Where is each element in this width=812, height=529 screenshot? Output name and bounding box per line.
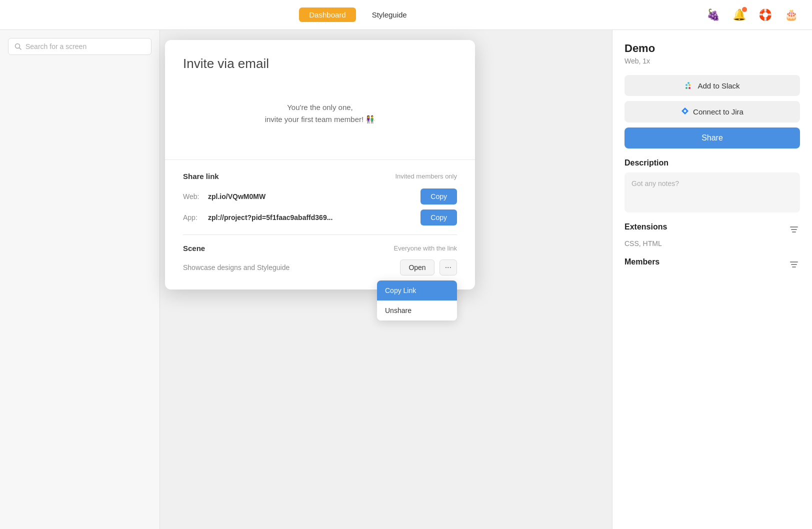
description-label: Description xyxy=(624,158,800,168)
scene-dropdown: Copy Link Unshare xyxy=(377,280,457,320)
topnav-right: 🍇 🔔 🛟 🎂 xyxy=(704,6,800,24)
invite-modal: Invite via email You're the only one, in… xyxy=(165,40,475,290)
share-link-title: Share link xyxy=(183,172,219,180)
app-url: zpl://project?pid=5f1faac9abaffd369... xyxy=(208,214,414,222)
scene-item-wrapper: Showcase designs and Styleguide Open ···… xyxy=(183,260,457,276)
divider xyxy=(183,234,457,235)
topnav: Dashboard Styleguide 🍇 🔔 🛟 🎂 xyxy=(0,0,812,30)
description-placeholder: Got any notes? xyxy=(632,180,679,188)
notification-dot xyxy=(742,7,747,12)
topnav-tabs: Dashboard Styleguide xyxy=(12,8,704,22)
app-link-row: App: zpl://project?pid=5f1faac9abaffd369… xyxy=(183,210,457,226)
svg-rect-3 xyxy=(686,87,688,89)
copy-web-button[interactable]: Copy xyxy=(420,188,457,204)
scene-access: Everyone with the link xyxy=(394,244,457,252)
unshare-option[interactable]: Unshare xyxy=(377,300,457,320)
share-button[interactable]: Share xyxy=(624,128,800,148)
svg-line-1 xyxy=(20,48,22,50)
svg-rect-4 xyxy=(688,84,690,86)
extensions-value: CSS, HTML xyxy=(624,240,800,248)
search-icon xyxy=(14,43,22,50)
grapes-icon[interactable]: 🍇 xyxy=(704,6,722,24)
members-filter-line-3 xyxy=(792,266,796,268)
modal-top: Invite via email You're the only one, in… xyxy=(165,40,475,160)
svg-rect-2 xyxy=(686,84,688,86)
web-label: Web: xyxy=(183,192,202,200)
web-url: zpl.io/VQwM0MW xyxy=(208,192,414,200)
share-link-header: Share link Invited members only xyxy=(183,172,457,180)
share-link-access: Invited members only xyxy=(395,172,457,180)
more-options-button[interactable]: ··· xyxy=(440,260,457,276)
scene-header: Scene Everyone with the link xyxy=(183,244,457,252)
connect-to-jira-label: Connect to Jira xyxy=(693,108,744,116)
project-meta: Web, 1x xyxy=(624,57,800,65)
app-label: App: xyxy=(183,214,202,222)
slack-icon xyxy=(684,81,694,90)
members-row: Members xyxy=(624,258,800,272)
members-filter-line-2 xyxy=(791,264,797,265)
tab-styleguide[interactable]: Styleguide xyxy=(362,8,417,22)
web-link-row: Web: zpl.io/VQwM0MW Copy xyxy=(183,188,457,204)
description-field[interactable]: Got any notes? xyxy=(624,172,800,212)
content-area: Invite via email You're the only one, in… xyxy=(160,30,812,529)
bell-icon[interactable]: 🔔 xyxy=(730,6,748,24)
modal-empty-state: You're the only one, invite your first t… xyxy=(183,92,457,146)
help-icon[interactable]: 🛟 xyxy=(756,6,774,24)
extensions-filter-icon[interactable] xyxy=(790,224,800,234)
modal-title: Invite via email xyxy=(183,56,457,72)
scene-item-row: Showcase designs and Styleguide Open ··· xyxy=(183,260,457,276)
members-label: Members xyxy=(624,258,660,266)
filter-line-2 xyxy=(791,229,797,230)
connect-to-jira-button[interactable]: Connect to Jira xyxy=(624,101,800,122)
filter-line-1 xyxy=(790,226,798,228)
copy-app-button[interactable]: Copy xyxy=(420,210,457,226)
jira-icon xyxy=(681,107,689,116)
modal-bottom: Share link Invited members only Web: zpl… xyxy=(165,160,475,290)
extensions-row: Extensions xyxy=(624,222,800,236)
right-panel: Demo Web, 1x Add to Slack xyxy=(612,30,812,529)
extensions-label: Extensions xyxy=(624,222,667,232)
filter-line-3 xyxy=(792,232,796,232)
scene-title: Scene xyxy=(183,244,205,252)
open-scene-button[interactable]: Open xyxy=(400,260,434,276)
project-name: Demo xyxy=(624,42,800,55)
add-to-slack-button[interactable]: Add to Slack xyxy=(624,75,800,96)
members-filter-line-1 xyxy=(790,262,798,262)
tab-dashboard[interactable]: Dashboard xyxy=(299,8,356,22)
svg-rect-6 xyxy=(688,82,690,84)
main-layout: Search for a screen Invite via email You… xyxy=(0,30,812,529)
copy-link-option[interactable]: Copy Link xyxy=(377,280,457,300)
avatar-icon[interactable]: 🎂 xyxy=(782,6,800,24)
svg-rect-5 xyxy=(688,87,690,89)
sidebar: Search for a screen xyxy=(0,30,160,529)
scene-name: Showcase designs and Styleguide xyxy=(183,264,395,272)
add-to-slack-label: Add to Slack xyxy=(698,82,740,90)
search-box[interactable]: Search for a screen xyxy=(8,38,152,55)
search-placeholder: Search for a screen xyxy=(26,42,86,50)
members-filter-icon[interactable] xyxy=(790,260,800,270)
